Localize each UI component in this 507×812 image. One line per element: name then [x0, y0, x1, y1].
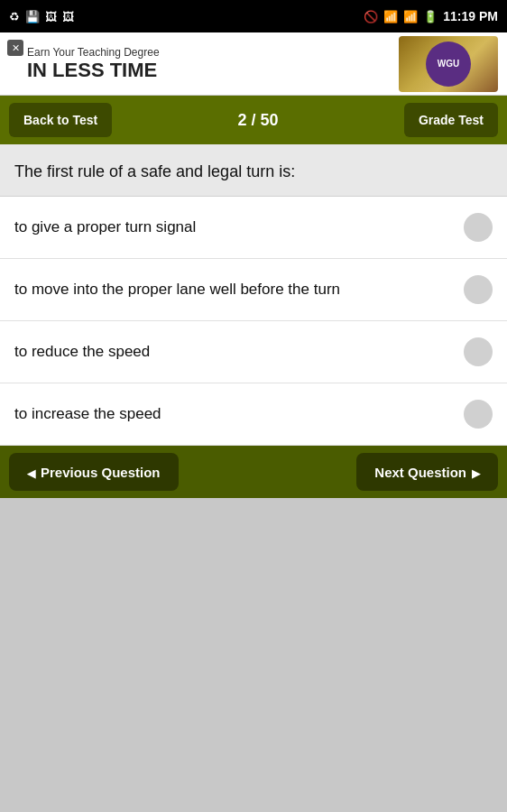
time-display: 11:19 PM — [443, 9, 498, 23]
grade-test-button[interactable]: Grade Test — [404, 103, 498, 137]
image2-icon: 🖼 — [62, 10, 74, 23]
ad-big-text: IN LESS TIME — [27, 60, 399, 81]
signal-block-icon: 🚫 — [364, 10, 378, 23]
answer-radio-2[interactable] — [464, 275, 493, 304]
ad-small-text: Earn Your Teaching Degree — [27, 46, 399, 60]
ad-text-block: Earn Your Teaching Degree IN LESS TIME — [27, 46, 399, 82]
previous-question-button[interactable]: Previous Question — [9, 453, 179, 491]
status-bar: ♻ 💾 🖼 🖼 🚫 📶 📶 🔋 11:19 PM — [0, 0, 507, 32]
ad-logo: WGU — [426, 42, 471, 87]
chevron-left-icon — [27, 465, 35, 480]
answer-radio-1[interactable] — [464, 213, 493, 242]
battery-icon: 🔋 — [423, 10, 438, 23]
answers-section: to give a proper turn signal to move int… — [0, 197, 507, 446]
answer-text-4: to increase the speed — [14, 404, 453, 425]
answer-item-3[interactable]: to reduce the speed — [0, 321, 507, 383]
answer-text-1: to give a proper turn signal — [14, 217, 453, 238]
answer-item-4[interactable]: to increase the speed — [0, 383, 507, 446]
prev-button-label: Previous Question — [41, 465, 161, 480]
ad-content: Earn Your Teaching Degree IN LESS TIME W… — [9, 36, 498, 92]
wifi-icon: 📶 — [383, 10, 398, 23]
back-to-test-button[interactable]: Back to Test — [9, 103, 112, 137]
answer-text-3: to reduce the speed — [14, 342, 453, 363]
answer-radio-3[interactable] — [464, 337, 493, 366]
answer-item-1[interactable]: to give a proper turn signal — [0, 197, 507, 259]
ad-banner: ✕ Earn Your Teaching Degree IN LESS TIME… — [0, 32, 507, 96]
save-icon: 💾 — [25, 10, 40, 23]
answer-text-2: to move into the proper lane well before… — [14, 280, 453, 300]
next-button-label: Next Question — [374, 465, 466, 480]
nav-bar: Back to Test 2 / 50 Grade Test — [0, 96, 507, 144]
question-text: The first rule of a safe and legal turn … — [14, 161, 493, 183]
bottom-nav: Previous Question Next Question — [0, 446, 507, 498]
next-question-button[interactable]: Next Question — [356, 453, 498, 491]
ad-close-button[interactable]: ✕ — [7, 40, 23, 56]
answer-radio-4[interactable] — [464, 400, 493, 429]
status-icons-right: 🚫 📶 📶 🔋 11:19 PM — [364, 9, 498, 23]
lower-area — [0, 498, 507, 751]
image-icon: 🖼 — [45, 10, 57, 23]
question-counter: 2 / 50 — [238, 111, 279, 130]
ad-image[interactable]: WGU — [399, 36, 498, 92]
answer-item-2[interactable]: to move into the proper lane well before… — [0, 259, 507, 321]
recycle-icon: ♻ — [9, 10, 20, 23]
signal-icon: 📶 — [403, 10, 418, 23]
status-icons-left: ♻ 💾 🖼 🖼 — [9, 10, 74, 23]
question-section: The first rule of a safe and legal turn … — [0, 144, 507, 197]
chevron-right-icon — [472, 465, 480, 480]
